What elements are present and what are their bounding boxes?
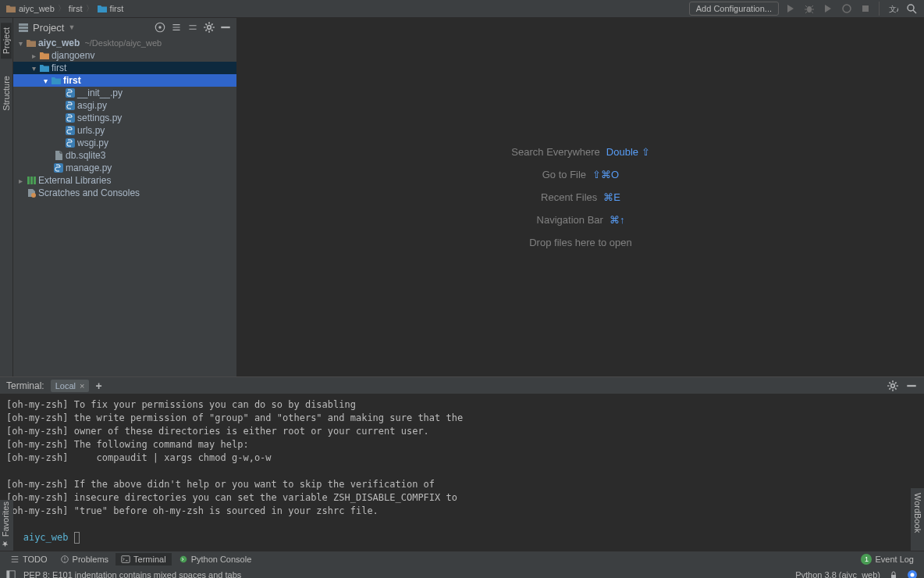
svg-rect-21 <box>891 575 896 578</box>
svg-rect-13 <box>19 23 28 26</box>
python-file-icon <box>65 112 76 123</box>
run-icon[interactable] <box>784 2 798 16</box>
python-interpreter[interactable]: Python 3.8 (aiyc_web) <box>795 570 880 578</box>
event-count-badge: 1 <box>861 554 872 565</box>
project-title[interactable]: Project <box>33 22 64 34</box>
expand-all-icon[interactable] <box>170 21 183 34</box>
close-icon[interactable]: × <box>80 381 84 391</box>
list-icon <box>10 555 20 564</box>
terminal-tab[interactable]: Terminal <box>116 553 172 566</box>
locate-icon[interactable] <box>154 21 166 34</box>
tree-folder-first-inner[interactable]: ▾ first <box>13 74 236 87</box>
collapse-all-icon[interactable] <box>187 21 199 34</box>
hint-navigation-bar: Navigation Bar⌘↑ <box>537 214 625 226</box>
hint-goto-file: Go to File⇧⌘O <box>542 169 619 180</box>
gear-icon[interactable] <box>887 380 899 392</box>
terminal-output[interactable]: [oh-my-zsh] To fix your permissions you … <box>0 394 924 551</box>
tree-file-asgi[interactable]: asgi.py <box>13 99 236 112</box>
terminal-tool-window: Terminal: Local × + [oh-my-zsh] To fix y… <box>0 376 924 551</box>
warning-icon <box>60 555 69 564</box>
tree-folder-djangoenv[interactable]: ▸ djangoenv <box>13 49 236 62</box>
terminal-icon <box>121 555 130 564</box>
chevron-right-icon[interactable]: ▸ <box>30 52 37 60</box>
wordbook-tool-tab[interactable]: WordBook <box>912 491 923 534</box>
python-file-icon <box>65 87 76 98</box>
hint-recent-files: Recent Files⌘E <box>541 191 620 203</box>
todo-tab[interactable]: TODO <box>5 553 53 566</box>
profile-icon[interactable] <box>840 2 854 16</box>
breadcrumb-item[interactable]: aiyc_web <box>5 3 55 14</box>
chevron-right-icon[interactable]: ▸ <box>16 177 24 185</box>
prompt-dir: aiyc_web <box>23 532 69 543</box>
folder-icon <box>26 37 37 48</box>
tree-external-libraries[interactable]: ▸ External Libraries <box>13 174 236 187</box>
tree-folder-first[interactable]: ▾ first <box>13 62 236 74</box>
structure-tool-tab[interactable]: Structure <box>1 71 12 116</box>
svg-text:文A: 文A <box>889 5 898 13</box>
folder-icon <box>39 62 50 73</box>
project-tool-window: Project ▼ ▾ aiyc_web ~/Desktop/aiyc_web … <box>13 18 237 376</box>
breadcrumb-item[interactable]: first <box>69 4 83 13</box>
svg-rect-20 <box>7 571 9 578</box>
dropdown-icon[interactable]: ▼ <box>68 23 75 31</box>
chevron-down-icon[interactable]: ▾ <box>30 64 37 73</box>
file-icon <box>53 150 64 161</box>
breadcrumb: aiyc_web 〉 first 〉 first <box>5 3 689 14</box>
event-log-tab[interactable]: 1 Event Log <box>855 552 919 566</box>
chevron-right-icon: 〉 <box>58 3 66 14</box>
run-with-coverage-icon[interactable] <box>821 2 835 16</box>
lock-icon[interactable] <box>888 569 899 578</box>
terminal-title: Terminal: <box>6 380 44 391</box>
tree-scratches[interactable]: Scratches and Consoles <box>13 187 236 199</box>
editor-empty-state[interactable]: Search EverywhereDouble ⇧ Go to File⇧⌘O … <box>237 18 924 376</box>
problems-tab[interactable]: Problems <box>55 553 114 566</box>
add-terminal-button[interactable]: + <box>95 380 101 392</box>
hide-icon[interactable] <box>905 380 918 392</box>
breadcrumb-item[interactable]: first <box>97 3 124 14</box>
tree-file-db[interactable]: db.sqlite3 <box>13 149 236 162</box>
svg-rect-15 <box>19 30 28 32</box>
project-tool-tab[interactable]: Project <box>1 23 12 59</box>
project-header: Project ▼ <box>13 18 236 37</box>
python-console-icon <box>179 555 188 564</box>
terminal-tab-local[interactable]: Local × <box>51 380 90 392</box>
status-bar: PEP 8: E101 indentation contains mixed s… <box>0 567 924 578</box>
translate-icon[interactable]: 文A <box>886 2 900 16</box>
right-tool-buttons: WordBook <box>911 488 924 551</box>
search-icon[interactable] <box>904 2 919 16</box>
cursor <box>74 532 80 544</box>
chevron-down-icon[interactable]: ▾ <box>41 77 49 85</box>
svg-point-11 <box>843 5 851 12</box>
chevron-down-icon[interactable]: ▾ <box>16 39 24 48</box>
svg-point-17 <box>158 26 161 28</box>
tree-file-urls[interactable]: urls.py <box>13 124 236 137</box>
gear-icon[interactable] <box>203 21 215 34</box>
add-configuration-button[interactable]: Add Configuration... <box>689 2 779 16</box>
folder-icon <box>51 75 62 86</box>
project-tree[interactable]: ▾ aiyc_web ~/Desktop/aiyc_web ▸ djangoen… <box>13 37 236 376</box>
navigation-bar: aiyc_web 〉 first 〉 first Add Configurati… <box>0 0 924 18</box>
bottom-tool-tabs: TODO Problems Terminal Python Console 1 … <box>0 551 924 567</box>
folder-icon <box>97 3 108 14</box>
python-console-tab[interactable]: Python Console <box>173 553 258 566</box>
folder-icon <box>5 3 16 14</box>
tree-file-wsgi[interactable]: wsgi.py <box>13 137 236 149</box>
chevron-right-icon: 〉 <box>86 3 94 14</box>
left-bottom-gutter: ★ Favorites <box>0 500 13 551</box>
tree-file-init[interactable]: __init__.py <box>13 87 236 99</box>
tree-project-root[interactable]: ▾ aiyc_web ~/Desktop/aiyc_web <box>13 37 236 49</box>
hide-icon[interactable] <box>219 21 232 34</box>
hint-search-everywhere: Search EverywhereDouble ⇧ <box>511 146 649 158</box>
tree-file-manage[interactable]: manage.py <box>13 162 236 174</box>
terminal-header: Terminal: Local × + <box>0 376 924 394</box>
svg-point-23 <box>911 573 915 577</box>
debug-icon[interactable] <box>802 2 816 16</box>
hint-drop-files: Drop files here to open <box>529 237 632 248</box>
python-file-icon <box>65 125 76 136</box>
chrome-icon[interactable] <box>907 569 918 578</box>
python-file-icon <box>65 137 76 148</box>
tree-file-settings[interactable]: settings.py <box>13 112 236 124</box>
favorites-tool-tab[interactable]: ★ Favorites <box>0 500 11 550</box>
stop-icon[interactable] <box>858 2 872 16</box>
tool-window-icon[interactable] <box>6 570 16 578</box>
